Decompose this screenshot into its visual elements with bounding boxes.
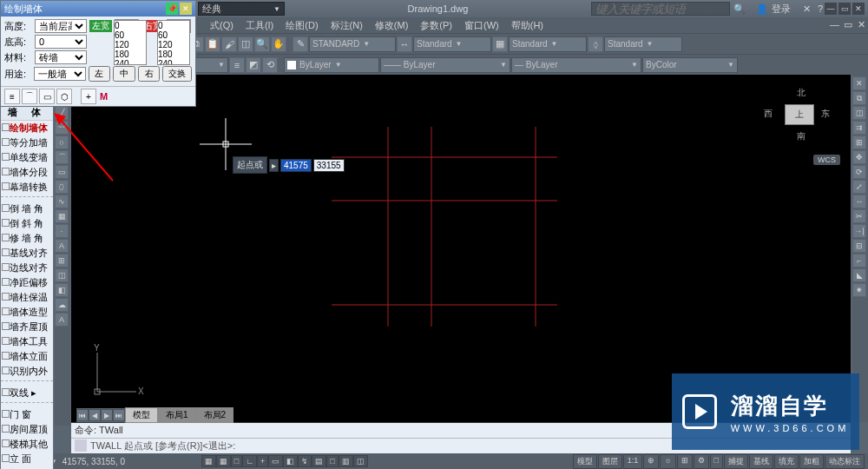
- layer-states-icon[interactable]: ≡: [229, 57, 245, 73]
- tree-curtain-convert[interactable]: 幕墙转换: [1, 180, 53, 195]
- tree-base-align[interactable]: 基线对齐: [1, 246, 53, 261]
- dim-style-icon[interactable]: ↔: [397, 36, 412, 52]
- chamfer-icon[interactable]: ◣: [852, 268, 866, 282]
- wall-mode-rect-icon[interactable]: ▭: [39, 89, 55, 104]
- tree-wall-elev[interactable]: 墙体立面: [1, 349, 53, 364]
- tab-layout1[interactable]: 布局1: [158, 407, 196, 423]
- status-layer[interactable]: 图层: [598, 454, 622, 469]
- dialog-close-icon[interactable]: ✕: [180, 3, 192, 15]
- right-width-list[interactable]: 060120180240: [157, 20, 190, 65]
- toggle-grid[interactable]: ▦: [216, 455, 231, 467]
- tree-room-roof[interactable]: 房间屋顶: [1, 422, 53, 437]
- hatch-icon[interactable]: ▦: [55, 209, 69, 223]
- menu-format[interactable]: 式(Q): [205, 19, 239, 32]
- text-style-select[interactable]: STANDARD▼: [309, 36, 396, 52]
- viewcube-top[interactable]: 上: [785, 104, 814, 125]
- toggle-osnap[interactable]: +: [257, 455, 268, 467]
- menu-tools[interactable]: 工具(I): [240, 19, 279, 32]
- menu-modify[interactable]: 修改(M): [370, 19, 414, 32]
- tree-wall-roof[interactable]: 墙齐屋顶: [1, 320, 53, 334]
- drawing-canvas[interactable]: XY: [71, 75, 851, 422]
- fillet-icon[interactable]: ⌐: [852, 254, 866, 268]
- trim-icon[interactable]: ✂: [852, 209, 866, 223]
- table-icon[interactable]: ⊞: [55, 254, 69, 268]
- swap-button[interactable]: 交换: [162, 66, 192, 82]
- toggle-polar[interactable]: ∟: [242, 455, 257, 467]
- doc-close[interactable]: ✕: [852, 19, 865, 31]
- tree-divide-wall[interactable]: 等分加墙: [1, 135, 53, 150]
- viewcube-south[interactable]: 南: [797, 130, 806, 142]
- break-icon[interactable]: ⊟: [852, 239, 866, 253]
- dialog-pin-icon[interactable]: 📌: [166, 3, 178, 15]
- workspace-select[interactable]: 经典▼: [198, 2, 285, 16]
- pan-icon[interactable]: ✋: [271, 36, 286, 52]
- zoom-icon[interactable]: 🔍: [254, 36, 270, 52]
- erase-icon[interactable]: ✕: [852, 76, 866, 90]
- menu-window[interactable]: 窗口(W): [459, 19, 504, 32]
- material-select[interactable]: 砖墙: [35, 50, 87, 64]
- dim-style-select[interactable]: Standard▼: [413, 36, 491, 52]
- status-clean[interactable]: □: [710, 454, 723, 469]
- extend-icon[interactable]: →|: [852, 224, 866, 238]
- array-icon[interactable]: ⊞: [852, 135, 866, 149]
- tree-wall-tools[interactable]: 墙体工具: [1, 334, 53, 349]
- tab-layout2[interactable]: 布局2: [196, 407, 234, 423]
- revcloud-icon[interactable]: ☁: [55, 298, 69, 312]
- status-fill[interactable]: 填充: [774, 454, 799, 469]
- region-icon[interactable]: ◧: [55, 283, 69, 297]
- doc-minimize[interactable]: —: [825, 19, 837, 31]
- tree-elevation[interactable]: 立 面: [1, 452, 53, 466]
- menu-draw[interactable]: 绘图(D): [280, 19, 323, 32]
- wall-pick-icon[interactable]: +: [81, 89, 96, 104]
- viewcube-east[interactable]: 东: [821, 108, 830, 120]
- close-button[interactable]: ✕: [852, 3, 865, 15]
- align-right-button[interactable]: 右: [138, 66, 161, 82]
- tree-dline[interactable]: 双线 ▸: [1, 386, 53, 400]
- toggle-lwt[interactable]: □: [326, 455, 338, 467]
- mleader-style-select[interactable]: Standard▼: [604, 36, 682, 52]
- left-width-list[interactable]: 060120180240: [114, 20, 147, 65]
- status-ws[interactable]: ⊞: [677, 454, 693, 469]
- spline-icon[interactable]: ∿: [55, 195, 69, 208]
- toggle-ortho[interactable]: □: [231, 455, 242, 467]
- status-snap2[interactable]: 捕捉: [724, 454, 748, 469]
- block-icon[interactable]: ◫: [238, 36, 253, 52]
- tab-last[interactable]: ⏭: [113, 409, 125, 421]
- tree-insulation[interactable]: 墙柱保温: [1, 290, 53, 305]
- explode-icon[interactable]: ✷: [852, 283, 866, 297]
- lineweight-select[interactable]: — ByLayer▼: [511, 57, 641, 73]
- tree-wall-header[interactable]: 墙 体: [1, 105, 53, 121]
- viewcube[interactable]: 北 南 西 东 上: [757, 80, 844, 158]
- tree-wall-segment[interactable]: 墙体分段: [1, 165, 53, 180]
- tree-door-window[interactable]: 门 窗: [1, 407, 53, 422]
- status-base[interactable]: 基线: [749, 454, 773, 469]
- exchange-icon[interactable]: ✕: [803, 3, 811, 15]
- tree-edge-align[interactable]: 边线对齐: [1, 261, 53, 275]
- text-icon[interactable]: A: [55, 239, 69, 253]
- wall-mode-arc-icon[interactable]: ⌒: [22, 89, 37, 104]
- status-dyndim[interactable]: 动态标注: [825, 454, 865, 469]
- tab-first[interactable]: ⏮: [76, 409, 89, 421]
- status-model[interactable]: 模型: [573, 454, 597, 469]
- toggle-otrack[interactable]: ◧: [283, 455, 298, 467]
- color-select[interactable]: ByLayer▼: [284, 57, 379, 73]
- status-bold[interactable]: 加粗: [799, 454, 824, 469]
- copy2-icon[interactable]: ⧉: [852, 91, 866, 105]
- tab-model[interactable]: 模型: [125, 407, 158, 423]
- help-icon[interactable]: ?: [818, 3, 823, 14]
- tree-single-to-wall[interactable]: 单线变墙: [1, 150, 53, 165]
- toggle-ducs[interactable]: ↯: [298, 455, 312, 467]
- wall-mode-poly-icon[interactable]: ⬡: [56, 89, 72, 104]
- base-height-select[interactable]: 0: [35, 35, 87, 49]
- tree-wall-shape[interactable]: 墙体造型: [1, 305, 53, 320]
- stretch-icon[interactable]: ↔: [852, 195, 866, 208]
- paste-icon[interactable]: 📋: [205, 36, 220, 52]
- tab-next[interactable]: ▶: [101, 409, 113, 421]
- toggle-3dosnap[interactable]: ▭: [268, 455, 283, 467]
- match-icon[interactable]: 🖌: [221, 36, 237, 52]
- table-style-icon[interactable]: ▦: [492, 36, 508, 52]
- scale-icon[interactable]: ⤢: [852, 180, 866, 194]
- mtext-icon[interactable]: A: [55, 313, 69, 327]
- status-anno-vis[interactable]: ⊕: [643, 454, 659, 469]
- offset-icon[interactable]: ⇉: [852, 121, 866, 135]
